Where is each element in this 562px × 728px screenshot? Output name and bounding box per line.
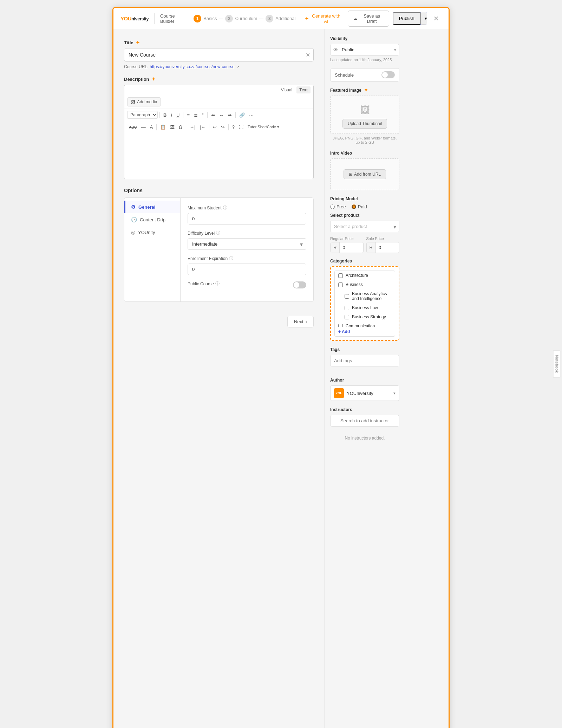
undo-button[interactable]: ↩ <box>211 123 218 131</box>
cat-business-strategy[interactable]: Business Strategy <box>335 312 395 321</box>
text-color-button[interactable]: A <box>148 123 155 131</box>
cat-business-checkbox[interactable] <box>338 282 343 287</box>
cat-business-strategy-checkbox[interactable] <box>345 315 349 319</box>
help-button[interactable]: ? <box>230 123 236 131</box>
redo-button[interactable]: ↪ <box>219 123 227 131</box>
visibility-select[interactable]: Public Private Password Protected <box>330 44 399 56</box>
tab-content-drip[interactable]: 🕐 Content Drip <box>124 213 180 226</box>
select-product[interactable]: Select a product <box>330 221 399 232</box>
ol-button[interactable]: ≣ <box>192 111 200 119</box>
step-curriculum[interactable]: 2 Curriculum <box>225 15 257 22</box>
max-student-group: Maximum Student ⓘ <box>188 205 306 225</box>
cat-business-analytics[interactable]: Business Analytics and Intelligence <box>335 289 395 303</box>
tags-section: Tags <box>330 347 399 371</box>
public-course-toggle[interactable] <box>293 281 306 288</box>
tab-younity[interactable]: ◎ YOUnity <box>124 226 180 239</box>
bold-button[interactable]: B <box>162 111 168 119</box>
underline-button[interactable]: U <box>175 111 181 119</box>
abc-button[interactable]: ABC <box>127 124 139 130</box>
fullscreen-button[interactable]: ⛶ <box>237 123 245 131</box>
tab-general[interactable]: ⚙ General <box>124 201 180 213</box>
pricing-free-radio[interactable] <box>330 204 335 209</box>
title-input[interactable] <box>124 48 314 61</box>
regular-price-input[interactable] <box>340 242 363 253</box>
author-row[interactable]: YOU YOUniversity ▾ <box>330 385 399 401</box>
quote-button[interactable]: " <box>200 111 205 119</box>
editor-content-area[interactable] <box>124 133 313 179</box>
save-draft-label: Save as Draft <box>360 13 384 24</box>
logo-you: YOU <box>120 15 131 21</box>
cat-business-law[interactable]: Business Law <box>335 303 395 312</box>
title-ai-icon: ✦ <box>136 40 140 45</box>
special-char-button[interactable]: Ω <box>177 123 184 131</box>
featured-image-ai-icon: ✦ <box>364 87 368 93</box>
align-center-button[interactable]: ↔ <box>217 111 226 119</box>
add-media-button[interactable]: 🖼 Add media <box>127 97 161 106</box>
external-link-icon: ↗ <box>236 65 239 69</box>
cat-business[interactable]: Business <box>335 280 395 289</box>
course-url-link[interactable]: https://youniversity.co.za/courses/new-c… <box>150 64 234 69</box>
next-button[interactable]: Next › <box>287 316 314 327</box>
close-button[interactable]: ✕ <box>431 13 442 24</box>
instructor-search-wrap: 🔍 <box>330 415 399 429</box>
shortcode-button[interactable]: Tutor ShortCode ▾ <box>246 124 281 130</box>
indent-button[interactable]: →| <box>188 123 197 131</box>
schedule-toggle[interactable] <box>381 71 395 78</box>
cat-business-analytics-checkbox[interactable] <box>345 294 349 299</box>
align-right-button[interactable]: ➡ <box>226 111 234 119</box>
outdent-button[interactable]: |← <box>198 123 207 131</box>
paste-button[interactable]: 📋 <box>158 123 168 131</box>
align-left-button[interactable]: ⬅ <box>209 111 217 119</box>
publish-arrow-button[interactable]: ▾ <box>420 12 427 25</box>
enrollment-input[interactable] <box>188 264 306 275</box>
cat-architecture[interactable]: Architecture <box>335 271 395 280</box>
step-basics[interactable]: 1 Basics <box>194 15 217 22</box>
plus-url-icon: ⊞ <box>349 172 352 177</box>
categories-label: Categories <box>330 259 399 264</box>
max-student-input[interactable] <box>188 213 306 225</box>
sale-price-currency: R <box>367 242 376 253</box>
more-toolbar-button[interactable]: ⋯ <box>247 111 255 119</box>
app-frame: YOUniversity Course Builder 1 Basics — 2… <box>112 7 450 728</box>
sale-price-input[interactable] <box>376 242 399 253</box>
title-clear-button[interactable]: ✕ <box>306 52 310 58</box>
ul-button[interactable]: ≡ <box>185 111 191 119</box>
add-media-label: Add media <box>137 99 157 104</box>
cat-communication[interactable]: Communication <box>335 321 395 327</box>
logo-niversity: niversity <box>131 16 149 21</box>
upload-thumbnail-button[interactable]: Upload Thumbnail <box>342 119 387 129</box>
public-course-label: Public Course ⓘ <box>188 281 220 287</box>
add-category-button[interactable]: + Add <box>335 327 353 336</box>
link-button[interactable]: 🔗 <box>237 111 247 119</box>
next-arrow-icon: › <box>306 319 307 324</box>
categories-scroll[interactable]: Architecture Business Business Analytics… <box>335 271 395 327</box>
difficulty-select[interactable]: Beginner Intermediate Advanced Expert <box>188 238 306 250</box>
cat-business-law-checkbox[interactable] <box>345 306 349 310</box>
instructors-label: Instructors <box>330 407 399 412</box>
save-draft-button[interactable]: ☁ Save as Draft <box>348 11 389 27</box>
cat-communication-checkbox[interactable] <box>338 324 343 327</box>
max-student-label: Maximum Student ⓘ <box>188 205 306 211</box>
paragraph-select[interactable]: Paragraph <box>127 111 158 119</box>
editor-tab-visual[interactable]: Visual <box>278 86 295 93</box>
step-num-1: 1 <box>194 15 201 22</box>
step-additional[interactable]: 3 Additional <box>266 15 295 22</box>
publish-main-button[interactable]: Publish <box>393 12 420 25</box>
media2-button[interactable]: 🖼 <box>168 123 176 131</box>
instructor-search-input[interactable] <box>330 415 399 427</box>
pricing-paid-radio[interactable] <box>352 204 356 209</box>
tab-younity-label: YOUnity <box>138 230 155 235</box>
notebook-tab[interactable]: Notebook <box>553 350 561 377</box>
right-sidebar: Visibility 👁 Public Private Password Pro… <box>324 29 405 728</box>
editor-tab-text[interactable]: Text <box>296 86 311 93</box>
italic-button[interactable]: I <box>169 111 174 119</box>
pricing-free-option[interactable]: Free <box>330 204 346 209</box>
cat-business-law-label: Business Law <box>352 305 378 310</box>
generate-ai-button[interactable]: ✦ Generate with AI <box>301 11 344 26</box>
cat-architecture-checkbox[interactable] <box>338 273 343 278</box>
add-from-url-button[interactable]: ⊞ Add from URL <box>344 169 386 179</box>
hr-button[interactable]: — <box>139 123 148 131</box>
pricing-paid-option[interactable]: Paid <box>352 204 367 209</box>
toolbar-sep-7 <box>209 124 209 130</box>
tags-input[interactable] <box>330 355 399 366</box>
